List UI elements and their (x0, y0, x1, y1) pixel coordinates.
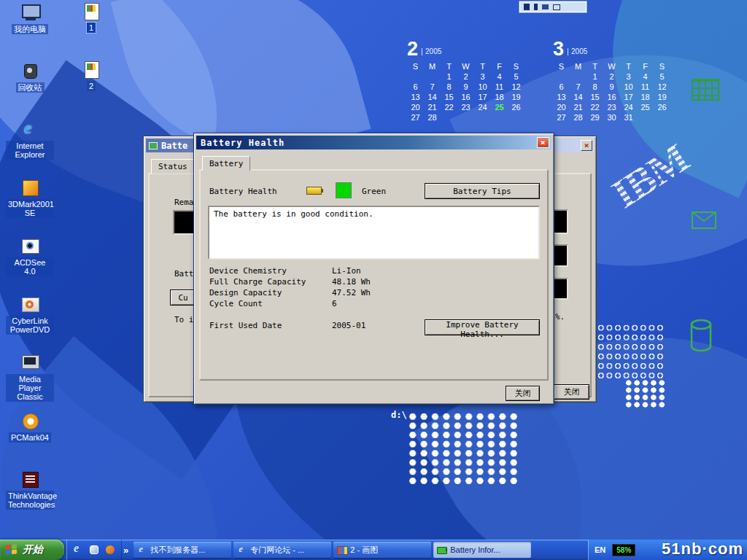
close-window-button[interactable]: 关闭 (554, 384, 589, 400)
3dmark2001-icon (20, 178, 40, 197)
calendar-day: 14 (570, 93, 587, 103)
quick-launch (66, 540, 122, 560)
task-button-1[interactable]: 找不到服务器... (133, 542, 231, 558)
display-icon[interactable] (542, 4, 549, 9)
task-button-3[interactable]: 2 - 画图 (333, 542, 431, 558)
calendar-day: 24 (474, 103, 491, 113)
battery-tips-button[interactable]: Battery Tips (425, 183, 540, 199)
first-used-label: First Used Date (209, 321, 332, 330)
desktop-icon-mpc[interactable]: Media Player Classic (6, 353, 54, 411)
calendar-day: 15 (587, 93, 603, 103)
calendar-day: 21 (424, 103, 441, 113)
battery-health-dialog: Battery Health × Battery Battery Health … (193, 133, 554, 405)
acdsee-icon (20, 236, 40, 255)
quick-launch-ie-icon[interactable] (72, 544, 84, 556)
field-label: Full Charge Capacity (209, 277, 332, 288)
power-icon[interactable] (524, 4, 530, 10)
desktop-icon-my-computer[interactable]: 我的电脑 (6, 3, 54, 61)
calendar-day: 31 (620, 113, 637, 123)
desktop-icon-acdsee[interactable]: ACDSee 4.0 (6, 236, 54, 295)
improve-battery-health-button[interactable]: Improve Battery Health... (425, 319, 540, 335)
task-button-4[interactable]: Battery Infor... (433, 542, 531, 558)
quick-launch-media-icon[interactable] (88, 544, 100, 556)
calendar-2-2005: 22005SMTWTFS1234567891011121314151617181… (407, 41, 525, 123)
percent-label: %. (555, 312, 565, 322)
quick-launch-msn-icon[interactable] (104, 544, 116, 556)
desktop-icon-internet-explorer[interactable]: Internet Explorer (6, 120, 54, 178)
close-icon[interactable]: × (537, 137, 549, 148)
start-button[interactable]: 开始 (0, 540, 64, 560)
desktop-icon-label: 1 (87, 23, 96, 33)
osd-toolbar[interactable] (519, 1, 587, 12)
dot-grid-small (624, 379, 666, 408)
calendar-year: 2005 (422, 48, 441, 55)
calendar-day: 12 (654, 82, 670, 93)
field-row: Full Charge Capacity48.18 Wh (209, 277, 443, 288)
calendar-day: 12 (508, 82, 525, 93)
task-button-2[interactable]: 专门网论坛 - ... (233, 542, 331, 558)
language-indicator[interactable]: EN (595, 545, 605, 554)
calendar-day: 19 (508, 93, 525, 103)
calendar-day: 22 (441, 103, 457, 113)
calendar-day: 4 (637, 72, 654, 82)
cu-button[interactable]: Cu (170, 289, 196, 306)
close-dialog-button[interactable]: 关闭 (506, 386, 540, 401)
calendar-day (491, 113, 508, 123)
field-value: 6 (332, 299, 337, 310)
dot-grid-rings (597, 323, 665, 381)
taskbar-tasks: 找不到服务器...专门网论坛 - ...2 - 画图Battery Infor.… (130, 540, 588, 560)
calendar-day-header: F (637, 62, 654, 72)
calendar-day-header: T (620, 62, 637, 72)
field-value: 48.18 Wh (332, 277, 371, 288)
calendar-day (570, 72, 587, 82)
calendar-day: 13 (407, 93, 424, 103)
volume-icon[interactable] (534, 4, 538, 10)
dot-grid-bottom (407, 412, 519, 486)
powerdvd-icon (20, 295, 40, 314)
calendar-day: 23 (603, 103, 620, 113)
desktop-icon-column-2: 12 (67, 1, 115, 118)
calendar-day (457, 113, 474, 123)
desktop-icon-recycle-bin[interactable]: 回收站 (6, 61, 54, 120)
start-label: 开始 (23, 543, 43, 556)
tray-battery-indicator[interactable]: 58% (612, 544, 635, 556)
my-computer-icon (20, 3, 40, 22)
condition-textbox[interactable]: The battery is in good condition. (208, 206, 540, 260)
first-used-value: 2005-01 (332, 321, 365, 330)
desktop-icon-jpg-2[interactable]: 2 (67, 60, 115, 118)
calendar-day-header: M (424, 62, 441, 72)
battery-app-icon (149, 142, 158, 149)
field-label: Device Chemistry (209, 266, 332, 277)
calendar-year: 2005 (568, 48, 587, 55)
calendar-day: 24 (620, 103, 637, 113)
desktop-icon-label: CyberLink PowerDVD (6, 316, 54, 335)
desktop-icon-label: ACDSee 4.0 (6, 257, 54, 276)
taskbar: 开始 » 找不到服务器...专门网论坛 - ...2 - 画图Battery I… (0, 540, 747, 560)
calendar-day: 26 (508, 103, 525, 113)
system-tray: EN 58% 51nb·com (588, 540, 747, 560)
field-label: Design Capacity (209, 288, 332, 299)
desktop-icon-pcmark04[interactable]: PCMark04 (6, 411, 54, 470)
battery-icon (437, 545, 447, 554)
battery-health-titlebar[interactable]: Battery Health × (196, 136, 551, 149)
quick-launch-overflow-chevron[interactable]: » (122, 545, 130, 556)
calendar-day-header: M (570, 62, 587, 72)
calendar-day: 21 (570, 103, 587, 113)
calendar-3-2005: 32005SMTWTFS1234567891011121314151617181… (553, 41, 670, 123)
calendar-day: 2 (603, 72, 620, 82)
calendar-day (424, 72, 441, 82)
task-button-label: Battery Infor... (450, 545, 500, 554)
desktop-icon-jpg-1[interactable]: 1 (67, 1, 115, 60)
device-icon[interactable] (553, 4, 560, 10)
desktop-icon-thinkvantage[interactable]: ThinkVantage Technologies (6, 470, 54, 528)
tab-battery[interactable]: Battery (202, 156, 250, 171)
calendar-month: 3 (553, 41, 564, 57)
close-icon[interactable]: × (581, 140, 592, 151)
calendar-day (553, 72, 570, 82)
task-button-label: 2 - 画图 (350, 545, 378, 556)
tab-status[interactable]: Status (151, 159, 195, 174)
paint-icon (337, 545, 347, 554)
desktop-icon-powerdvd[interactable]: CyberLink PowerDVD (6, 295, 54, 353)
desktop-icon-3dmark2001[interactable]: 3DMark2001 SE (6, 178, 54, 236)
desktop-icon-label: 我的电脑 (12, 24, 48, 34)
